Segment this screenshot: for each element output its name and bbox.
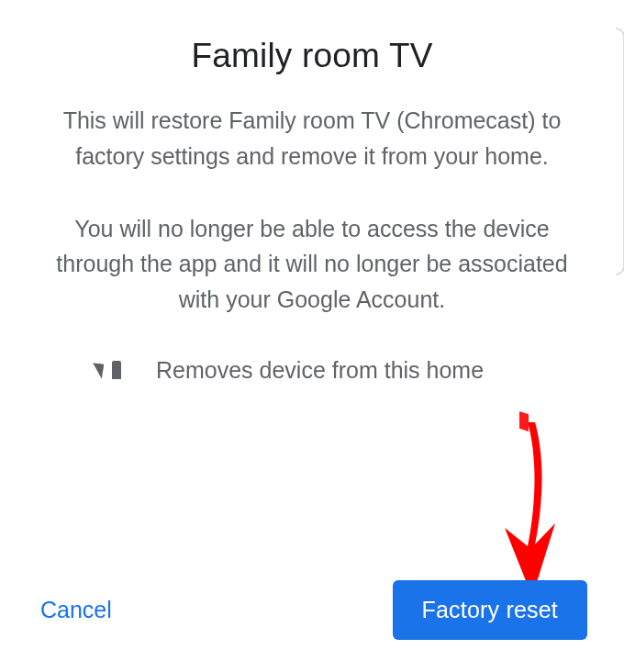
- remove-from-home-row: Removes device from this home: [92, 354, 587, 386]
- dialog-button-row: Cancel Factory reset: [37, 580, 587, 640]
- factory-reset-dialog: Family room TV This will restore Family …: [0, 0, 624, 672]
- remove-from-home-label: Removes device from this home: [156, 354, 484, 386]
- dialog-description-1: This will restore Family room TV (Chrome…: [37, 103, 587, 174]
- cancel-button[interactable]: Cancel: [37, 588, 116, 633]
- panel-border-fragment: [616, 28, 624, 275]
- factory-reset-button[interactable]: Factory reset: [393, 580, 587, 640]
- annotation-arrow-icon: [491, 418, 564, 601]
- dialog-description-2: You will no longer be able to access the…: [37, 211, 587, 318]
- annotation-marker-fragment: [519, 411, 529, 431]
- home-icon: [92, 358, 128, 382]
- dialog-title: Family room TV: [37, 37, 587, 75]
